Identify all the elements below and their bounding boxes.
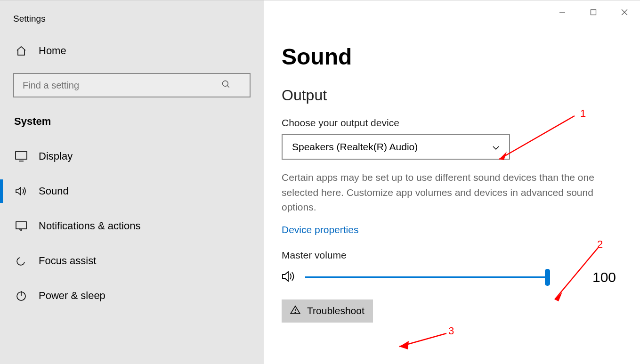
monitor-icon: [14, 151, 28, 162]
slider-track-fill: [305, 276, 550, 278]
speaker-icon: [282, 270, 297, 285]
sidebar-item-label: Power & sleep: [39, 290, 105, 302]
slider-thumb[interactable]: [545, 269, 550, 286]
maximize-button[interactable]: [578, 4, 609, 20]
notifications-icon: [14, 221, 28, 231]
search-field[interactable]: [13, 73, 251, 97]
master-volume-slider[interactable]: [305, 271, 550, 284]
sidebar-item-power-sleep[interactable]: Power & sleep: [0, 281, 264, 310]
window-controls: [547, 4, 640, 20]
sidebar-home[interactable]: Home: [0, 40, 264, 62]
sidebar-item-label: Notifications & actions: [39, 220, 140, 232]
svg-rect-4: [16, 222, 26, 229]
minimize-button[interactable]: [547, 4, 578, 20]
svg-line-1: [227, 86, 229, 88]
sidebar-item-label: Display: [39, 150, 73, 162]
page-title: Sound: [282, 10, 640, 87]
master-volume-value: 100: [592, 269, 616, 285]
master-volume-label: Master volume: [282, 250, 640, 267]
svg-rect-8: [591, 10, 596, 15]
sidebar-item-notifications[interactable]: Notifications & actions: [0, 211, 264, 241]
power-icon: [14, 290, 28, 301]
svg-point-0: [223, 81, 228, 87]
output-heading: Output: [282, 87, 640, 117]
sidebar-section-label: System: [0, 111, 264, 142]
sidebar-item-label: Focus assist: [39, 255, 96, 267]
output-device-selected: Speakers (Realtek(R) Audio): [292, 141, 418, 153]
svg-point-12: [295, 312, 296, 313]
sidebar: Settings Home System Display Sound: [0, 0, 264, 364]
home-icon: [14, 45, 28, 57]
focus-assist-icon: [14, 255, 28, 267]
main-content: Sound Output Choose your output device S…: [264, 0, 640, 364]
sidebar-item-sound[interactable]: Sound: [0, 177, 264, 206]
search-input[interactable]: [13, 73, 251, 97]
output-device-dropdown[interactable]: Speakers (Realtek(R) Audio): [282, 134, 510, 160]
sidebar-home-label: Home: [39, 45, 66, 57]
output-description: Certain apps may be set up to use differ…: [282, 170, 621, 224]
sidebar-item-display[interactable]: Display: [0, 142, 264, 171]
search-icon: [221, 80, 231, 91]
close-button[interactable]: [609, 4, 640, 20]
warning-icon: [290, 305, 300, 317]
chevron-down-icon: [492, 141, 500, 153]
window-title: Settings: [0, 4, 264, 40]
svg-rect-2: [16, 152, 27, 159]
output-device-label: Choose your output device: [282, 117, 640, 134]
device-properties-link[interactable]: Device properties: [282, 224, 358, 250]
sidebar-item-focus-assist[interactable]: Focus assist: [0, 246, 264, 275]
troubleshoot-label: Troubleshoot: [307, 305, 365, 316]
sidebar-item-label: Sound: [39, 185, 69, 197]
troubleshoot-button[interactable]: Troubleshoot: [282, 299, 373, 323]
sound-icon: [14, 186, 28, 196]
